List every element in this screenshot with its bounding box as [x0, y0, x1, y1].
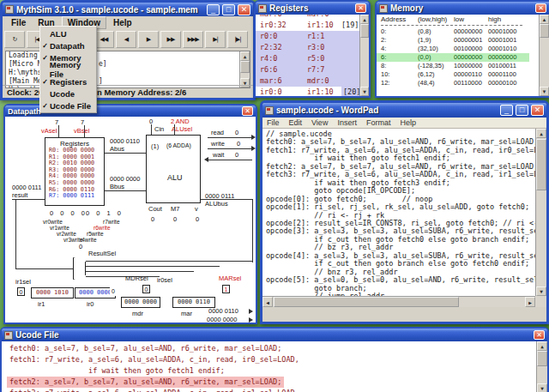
window-menu-item-ucode-file[interactable]: Ucode File — [40, 100, 96, 112]
scroll-up-icon[interactable]: ▲ — [536, 129, 546, 138]
scroll-down-icon[interactable]: ▼ — [536, 286, 546, 296]
r7write-label: r7write — [103, 219, 120, 225]
scrollbar-thumb[interactable] — [240, 61, 250, 73]
cout-value: 0 — [151, 215, 154, 223]
window-dropdown-menu: ALU Datapath Memory Memory File Register… — [39, 26, 97, 113]
scroll-down-icon[interactable]: ▼ — [540, 87, 549, 96]
vbsel-label: vBsel — [74, 127, 89, 135]
ir1sel-label: ir1sel — [15, 278, 31, 286]
resultsel-value: 0 — [79, 243, 82, 250]
scroll-right-icon[interactable]: ▶ — [525, 297, 535, 307]
clock-status: Clock: 20 — [7, 87, 43, 97]
main-titlebar[interactable]: MythSim 3.1.0 - sample.ucode - sample.me… — [3, 3, 253, 16]
alu-a-note: (1) — [151, 142, 159, 150]
minimize-button[interactable]: _ — [500, 105, 513, 116]
window-menu-item-datapath[interactable]: Datapath — [40, 39, 96, 51]
registers-scrollbar[interactable]: ▲ ▼ — [359, 15, 369, 96]
wordpad-window: sample.ucode - WordPad _ □ ✕ FileEditVie… — [260, 100, 549, 324]
ucode-line: fetch3: r7_write, a_sel=6, alu_sel=ADDA,… — [7, 388, 302, 392]
resize-corner[interactable] — [535, 296, 546, 307]
mar-label: mar — [181, 310, 192, 317]
wordpad-title: sample.ucode - WordPad — [276, 106, 498, 115]
run-to-breakpoint-button[interactable]: ▶| — [205, 31, 226, 48]
memory-titlebar[interactable]: Memory ✕ — [377, 2, 549, 15]
close-icon[interactable]: ✕ — [535, 3, 546, 13]
window-menu-item-memory-file[interactable]: Memory File — [40, 63, 96, 75]
vasel-label: vAsel — [41, 127, 57, 135]
memory-row: 2: (1,9) 00000001 00001001 — [377, 36, 549, 45]
window-menu-item-ucode[interactable]: Ucode — [40, 87, 96, 100]
register-row: mar:6mdr:0 — [256, 75, 360, 87]
close-icon[interactable]: ✕ — [355, 3, 366, 13]
close-icon[interactable]: ✕ — [534, 330, 545, 340]
register-row: r2:32r3:0 — [256, 42, 360, 53]
close-icon[interactable]: ✕ — [242, 106, 253, 116]
scroll-down-icon[interactable]: ▼ — [537, 383, 547, 392]
mythsim-main-window: MythSim 3.1.0 - sample.ucode - sample.me… — [0, 0, 256, 100]
wordpad-menu-item[interactable]: Edit — [285, 118, 307, 127]
scroll-left-icon[interactable]: ◀ — [262, 297, 273, 307]
maximize-button[interactable]: □ — [516, 105, 528, 116]
vr1write-label: vr1write — [50, 225, 69, 231]
scroll-down-icon[interactable]: ▼ — [360, 87, 369, 96]
close-button[interactable]: ✕ — [531, 105, 544, 116]
scroll-up-icon[interactable]: ▲ — [240, 51, 250, 61]
m7-label: M7 — [171, 205, 179, 213]
menu-help[interactable]: Help — [108, 17, 137, 28]
scroll-up-icon[interactable]: ▲ — [537, 341, 547, 351]
wordpad-menu-item[interactable]: File — [262, 118, 284, 127]
ir0sel-label: ir0sel — [157, 276, 172, 284]
minimize-button[interactable]: _ — [207, 4, 220, 15]
bbus-label: Bbus — [110, 183, 124, 190]
close-button[interactable]: ✕ — [238, 4, 250, 15]
wordpad-vscrollbar[interactable]: ▲ ▼ — [535, 129, 546, 307]
ucode-listing: fetch0: a_sel=7, b_sel=7, alu_sel=AND, r… — [2, 341, 547, 392]
mdr-out-value: 0000 0000 — [207, 316, 237, 323]
wordpad-icon — [265, 106, 274, 115]
step-forward-button[interactable]: ▶ — [138, 31, 159, 48]
log-scrollbar[interactable]: ▲ ▼ — [239, 51, 250, 87]
memory-scrollbar[interactable]: ▲ ▼ — [539, 15, 549, 96]
ucode-line: if wait then goto fetch1 endif; — [7, 365, 227, 377]
step-back-button[interactable]: ◀ — [116, 31, 136, 48]
memory-row: 8: (-128,35) 10000000 00100011 — [377, 62, 549, 70]
ucode-scrollbar[interactable]: ▲ ▼ — [536, 341, 547, 392]
registers-titlebar[interactable]: Registers ✕ — [256, 2, 369, 15]
scroll-up-icon[interactable]: ▲ — [360, 15, 369, 24]
reset-button[interactable]: ↻ — [4, 31, 25, 48]
ucode-titlebar[interactable]: Ucode File ✕ — [2, 329, 547, 341]
wordpad-hscrollbar[interactable]: ◀ ▶ — [262, 296, 535, 307]
scrollbar-thumb[interactable] — [536, 139, 546, 190]
maximize-button[interactable]: □ — [222, 4, 235, 15]
wordpad-menu-item[interactable]: Insert — [333, 118, 361, 127]
memory-title: Memory — [390, 3, 533, 13]
result-value: 0000 0111 — [12, 184, 41, 191]
abus-value: 0000 0110 — [110, 137, 140, 145]
ir1-register: 0000 1010 — [31, 287, 74, 299]
ucode-line: fetch0: a_sel=7, b_sel=7, alu_sel=AND, r… — [7, 343, 284, 354]
scrollbar-thumb[interactable] — [537, 351, 547, 366]
menu-file[interactable]: File — [6, 17, 31, 28]
ucode-icon — [4, 331, 13, 340]
marsel-value: 1 — [222, 285, 230, 293]
wordpad-menu-item[interactable]: View — [307, 118, 332, 127]
wordpad-menu-item[interactable]: Help — [395, 118, 420, 127]
main-window-title: MythSim 3.1.0 - sample.ucode - sample.me… — [16, 5, 204, 15]
step-forward-micro-button[interactable]: ▶▶ — [160, 31, 181, 48]
step-forward-macro-button[interactable]: ▶▶▶ — [183, 31, 203, 48]
scrollbar-thumb[interactable] — [274, 297, 459, 307]
scrollbar-thumb[interactable] — [360, 24, 369, 38]
wordpad-menu-item[interactable]: Format — [362, 118, 395, 127]
wait-label: wait — [213, 151, 224, 159]
wordpad-titlebar[interactable]: sample.ucode - WordPad _ □ ✕ — [262, 103, 546, 118]
run-to-end-button[interactable]: |▶| — [227, 31, 248, 48]
memory-table: Address (low,high) low high 0: (0,8) 000… — [377, 15, 549, 96]
wordpad-document[interactable]: // sample.ucodefetch0: a_sel=7, b_sel=7,… — [262, 129, 546, 307]
checkbox-icon — [40, 102, 50, 110]
scroll-up-icon[interactable]: ▲ — [540, 15, 549, 24]
window-menu-item-alu[interactable]: ALU — [40, 27, 96, 39]
register-value-row: R7: 0000 0111 — [45, 193, 104, 200]
scrollbar-thumb[interactable] — [540, 24, 549, 38]
v-value: 0 — [196, 215, 199, 223]
r6write-label: r6write — [94, 225, 111, 231]
